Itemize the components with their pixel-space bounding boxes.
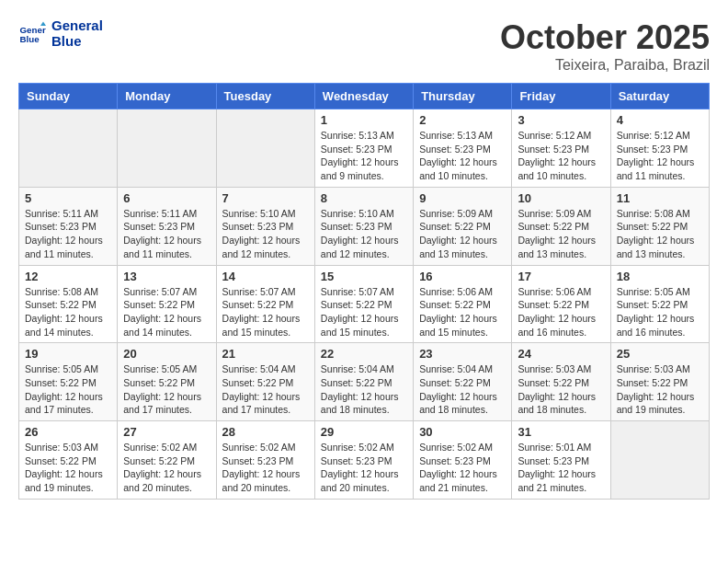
day-number: 3 xyxy=(518,113,604,127)
weekday-header: Saturday xyxy=(610,84,709,109)
calendar-cell: 28Sunrise: 5:02 AM Sunset: 5:23 PM Dayli… xyxy=(216,421,314,500)
day-number: 22 xyxy=(321,347,407,361)
calendar-week-row: 19Sunrise: 5:05 AM Sunset: 5:22 PM Dayli… xyxy=(19,343,710,421)
calendar-week-row: 1Sunrise: 5:13 AM Sunset: 5:23 PM Daylig… xyxy=(19,109,710,188)
calendar-cell: 30Sunrise: 5:02 AM Sunset: 5:23 PM Dayli… xyxy=(414,421,512,500)
calendar-cell: 27Sunrise: 5:02 AM Sunset: 5:22 PM Dayli… xyxy=(118,421,216,500)
day-info: Sunrise: 5:03 AM Sunset: 5:22 PM Dayligh… xyxy=(25,441,111,495)
day-info: Sunrise: 5:01 AM Sunset: 5:23 PM Dayligh… xyxy=(518,441,604,495)
calendar-cell xyxy=(118,109,216,188)
day-info: Sunrise: 5:11 AM Sunset: 5:23 PM Dayligh… xyxy=(25,207,111,261)
calendar-cell: 6Sunrise: 5:11 AM Sunset: 5:23 PM Daylig… xyxy=(118,187,216,265)
day-number: 8 xyxy=(321,191,407,205)
logo: General Blue General Blue xyxy=(18,18,103,49)
calendar-cell: 3Sunrise: 5:12 AM Sunset: 5:23 PM Daylig… xyxy=(512,109,610,188)
calendar-week-row: 26Sunrise: 5:03 AM Sunset: 5:22 PM Dayli… xyxy=(19,421,710,500)
calendar-cell: 7Sunrise: 5:10 AM Sunset: 5:23 PM Daylig… xyxy=(216,187,314,265)
calendar-cell: 26Sunrise: 5:03 AM Sunset: 5:22 PM Dayli… xyxy=(19,421,118,500)
calendar-cell: 16Sunrise: 5:06 AM Sunset: 5:22 PM Dayli… xyxy=(414,265,512,343)
weekday-header: Monday xyxy=(118,84,216,109)
day-number: 31 xyxy=(518,425,604,439)
day-number: 24 xyxy=(518,347,604,361)
day-number: 4 xyxy=(617,113,703,127)
day-number: 6 xyxy=(123,191,210,205)
day-number: 1 xyxy=(321,113,407,127)
day-number: 9 xyxy=(419,191,506,205)
day-info: Sunrise: 5:03 AM Sunset: 5:22 PM Dayligh… xyxy=(617,362,703,417)
day-info: Sunrise: 5:02 AM Sunset: 5:23 PM Dayligh… xyxy=(222,441,309,495)
day-info: Sunrise: 5:07 AM Sunset: 5:22 PM Dayligh… xyxy=(123,285,210,339)
day-number: 28 xyxy=(222,425,309,439)
calendar-cell: 4Sunrise: 5:12 AM Sunset: 5:23 PM Daylig… xyxy=(610,109,709,188)
calendar-cell: 8Sunrise: 5:10 AM Sunset: 5:23 PM Daylig… xyxy=(314,187,413,265)
day-number: 12 xyxy=(25,270,111,283)
calendar-cell: 11Sunrise: 5:08 AM Sunset: 5:22 PM Dayli… xyxy=(610,187,709,265)
page-header: General Blue General Blue October 2025 T… xyxy=(18,18,710,74)
day-info: Sunrise: 5:13 AM Sunset: 5:23 PM Dayligh… xyxy=(419,129,506,183)
day-number: 26 xyxy=(25,425,111,439)
calendar-cell xyxy=(19,109,118,188)
calendar-cell: 19Sunrise: 5:05 AM Sunset: 5:22 PM Dayli… xyxy=(19,343,118,421)
calendar-cell: 14Sunrise: 5:07 AM Sunset: 5:22 PM Dayli… xyxy=(216,265,314,343)
title-block: October 2025 Teixeira, Paraiba, Brazil xyxy=(500,18,710,74)
weekday-header: Wednesday xyxy=(314,84,413,109)
calendar-cell: 1Sunrise: 5:13 AM Sunset: 5:23 PM Daylig… xyxy=(314,109,413,188)
calendar-cell: 23Sunrise: 5:04 AM Sunset: 5:22 PM Dayli… xyxy=(414,343,512,421)
day-info: Sunrise: 5:07 AM Sunset: 5:22 PM Dayligh… xyxy=(222,285,309,339)
day-number: 19 xyxy=(25,347,111,361)
day-info: Sunrise: 5:06 AM Sunset: 5:22 PM Dayligh… xyxy=(419,285,506,339)
day-number: 7 xyxy=(222,191,309,205)
day-info: Sunrise: 5:09 AM Sunset: 5:22 PM Dayligh… xyxy=(518,207,604,261)
day-info: Sunrise: 5:10 AM Sunset: 5:23 PM Dayligh… xyxy=(321,207,407,261)
calendar-cell: 29Sunrise: 5:02 AM Sunset: 5:23 PM Dayli… xyxy=(314,421,413,500)
day-info: Sunrise: 5:05 AM Sunset: 5:22 PM Dayligh… xyxy=(617,285,703,339)
calendar-cell: 15Sunrise: 5:07 AM Sunset: 5:22 PM Dayli… xyxy=(314,265,413,343)
day-info: Sunrise: 5:04 AM Sunset: 5:22 PM Dayligh… xyxy=(419,362,506,417)
svg-text:Blue: Blue xyxy=(20,34,40,44)
weekday-header: Sunday xyxy=(19,84,118,109)
calendar-cell: 25Sunrise: 5:03 AM Sunset: 5:22 PM Dayli… xyxy=(610,343,709,421)
weekday-header: Friday xyxy=(512,84,610,109)
day-info: Sunrise: 5:06 AM Sunset: 5:22 PM Dayligh… xyxy=(518,285,604,339)
calendar-cell: 5Sunrise: 5:11 AM Sunset: 5:23 PM Daylig… xyxy=(19,187,118,265)
day-number: 25 xyxy=(617,347,703,361)
day-number: 21 xyxy=(222,347,309,361)
calendar-cell xyxy=(216,109,314,188)
calendar-week-row: 12Sunrise: 5:08 AM Sunset: 5:22 PM Dayli… xyxy=(19,265,710,343)
calendar-week-row: 5Sunrise: 5:11 AM Sunset: 5:23 PM Daylig… xyxy=(19,187,710,265)
svg-marker-2 xyxy=(40,21,46,26)
logo-icon: General Blue xyxy=(18,20,46,48)
day-info: Sunrise: 5:03 AM Sunset: 5:22 PM Dayligh… xyxy=(518,362,604,417)
day-info: Sunrise: 5:05 AM Sunset: 5:22 PM Dayligh… xyxy=(25,362,111,417)
day-info: Sunrise: 5:11 AM Sunset: 5:23 PM Dayligh… xyxy=(123,207,210,261)
day-number: 20 xyxy=(123,347,210,361)
day-number: 10 xyxy=(518,191,604,205)
day-number: 23 xyxy=(419,347,506,361)
day-info: Sunrise: 5:02 AM Sunset: 5:23 PM Dayligh… xyxy=(321,441,407,495)
day-info: Sunrise: 5:08 AM Sunset: 5:22 PM Dayligh… xyxy=(25,285,111,339)
month-title: October 2025 xyxy=(500,18,710,57)
calendar-cell: 12Sunrise: 5:08 AM Sunset: 5:22 PM Dayli… xyxy=(19,265,118,343)
location: Teixeira, Paraiba, Brazil xyxy=(500,57,710,74)
day-number: 13 xyxy=(123,270,210,283)
day-number: 29 xyxy=(321,425,407,439)
day-info: Sunrise: 5:10 AM Sunset: 5:23 PM Dayligh… xyxy=(222,207,309,261)
weekday-header: Thursday xyxy=(414,84,512,109)
day-number: 30 xyxy=(419,425,506,439)
day-info: Sunrise: 5:05 AM Sunset: 5:22 PM Dayligh… xyxy=(123,362,210,417)
day-info: Sunrise: 5:13 AM Sunset: 5:23 PM Dayligh… xyxy=(321,129,407,183)
day-info: Sunrise: 5:09 AM Sunset: 5:22 PM Dayligh… xyxy=(419,207,506,261)
day-number: 16 xyxy=(419,270,506,283)
calendar-cell: 21Sunrise: 5:04 AM Sunset: 5:22 PM Dayli… xyxy=(216,343,314,421)
day-number: 15 xyxy=(321,270,407,283)
calendar-cell: 18Sunrise: 5:05 AM Sunset: 5:22 PM Dayli… xyxy=(610,265,709,343)
day-info: Sunrise: 5:12 AM Sunset: 5:23 PM Dayligh… xyxy=(617,129,703,183)
calendar-cell: 2Sunrise: 5:13 AM Sunset: 5:23 PM Daylig… xyxy=(414,109,512,188)
calendar-table: SundayMondayTuesdayWednesdayThursdayFrid… xyxy=(18,83,710,500)
calendar-cell: 31Sunrise: 5:01 AM Sunset: 5:23 PM Dayli… xyxy=(512,421,610,500)
day-info: Sunrise: 5:02 AM Sunset: 5:22 PM Dayligh… xyxy=(123,441,210,495)
day-info: Sunrise: 5:04 AM Sunset: 5:22 PM Dayligh… xyxy=(321,362,407,417)
logo-blue: Blue xyxy=(51,34,103,50)
calendar-cell: 20Sunrise: 5:05 AM Sunset: 5:22 PM Dayli… xyxy=(118,343,216,421)
calendar-cell xyxy=(610,421,709,500)
